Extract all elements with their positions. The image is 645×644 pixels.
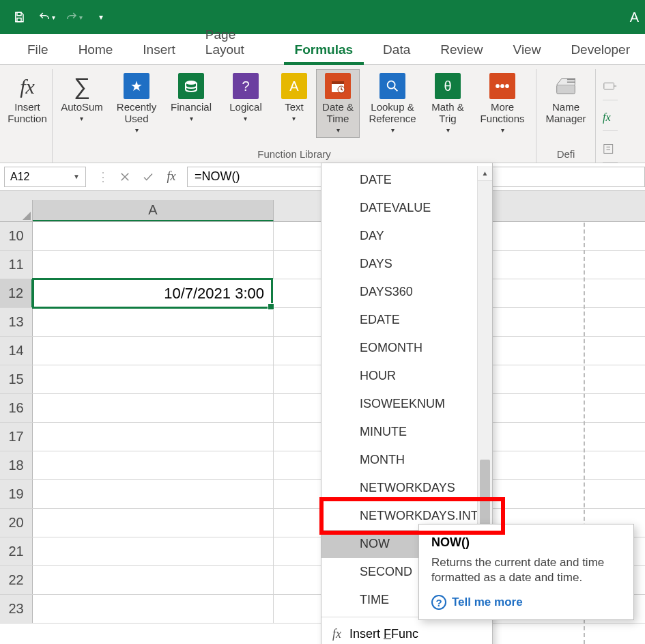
- help-icon: ?: [431, 595, 446, 610]
- row-header[interactable]: 17: [0, 423, 33, 451]
- lookup-reference-button[interactable]: Lookup & Reference▾: [361, 69, 424, 138]
- cell-a18[interactable]: [33, 451, 274, 479]
- menu-item-days360[interactable]: DAYS360: [321, 278, 492, 306]
- more-functions-label: More Functions: [474, 101, 531, 124]
- menu-item-isoweeknum[interactable]: ISOWEEKNUM: [321, 390, 492, 418]
- tab-developer[interactable]: Developer: [556, 36, 645, 64]
- autosum-button[interactable]: ∑ AutoSum▾: [55, 69, 109, 138]
- insert-function-button[interactable]: fx Insert Function: [5, 69, 49, 128]
- tab-data[interactable]: Data: [368, 36, 425, 64]
- select-all-corner[interactable]: [0, 200, 33, 221]
- text-icon: A: [281, 72, 308, 100]
- chevron-down-icon: ▾: [336, 124, 340, 136]
- chevron-down-icon: ▾: [292, 113, 296, 124]
- cancel-button[interactable]: [113, 167, 137, 187]
- tab-review[interactable]: Review: [425, 36, 498, 64]
- svg-rect-1: [17, 18, 21, 22]
- more-functions-button[interactable]: ••• More Functions▾: [472, 69, 533, 138]
- svg-rect-4: [332, 81, 344, 84]
- tab-page-layout[interactable]: Page Layout: [190, 20, 280, 64]
- menu-item-minute[interactable]: MINUTE: [321, 418, 492, 446]
- menu-item-edate[interactable]: EDATE: [321, 306, 492, 334]
- defined-names-side: fx: [596, 69, 618, 163]
- logical-label: Logical: [229, 101, 262, 113]
- recently-used-button[interactable]: ★ Recently Used▾: [110, 69, 163, 138]
- financial-button[interactable]: Financial▾: [164, 69, 218, 138]
- create-from-selection-row[interactable]: [603, 135, 618, 163]
- redo-button[interactable]: ▾: [60, 3, 87, 31]
- row-header[interactable]: 19: [0, 480, 33, 508]
- text-label: Text: [285, 101, 304, 113]
- ribbon-tabs: File Home Insert Page Layout Formulas Da…: [0, 34, 645, 65]
- tag-icon: [552, 72, 579, 100]
- cell-a17[interactable]: [33, 423, 274, 451]
- row-header[interactable]: 11: [0, 251, 33, 279]
- menu-item-date[interactable]: DATE: [321, 166, 492, 194]
- group-function-library: ∑ AutoSum▾ ★ Recently Used▾ Financial▾ ?…: [53, 69, 536, 163]
- row-header[interactable]: 23: [0, 595, 33, 623]
- insert-function-label: Insert Function: [8, 101, 47, 126]
- group-label-defined: Defi: [557, 148, 575, 160]
- text-button[interactable]: A Text▾: [274, 69, 315, 138]
- cell-a14[interactable]: [33, 337, 274, 365]
- fx-icon: fx: [14, 72, 41, 100]
- row-header[interactable]: 22: [0, 566, 33, 594]
- row-header[interactable]: 18: [0, 451, 33, 479]
- cell-a23[interactable]: [33, 595, 274, 623]
- search-icon: [379, 72, 406, 100]
- date-time-button[interactable]: Date & Time▾: [316, 69, 360, 138]
- insert-function-menu-item[interactable]: fx Insert FFunc: [321, 620, 492, 644]
- lookup-reference-label: Lookup & Reference: [363, 101, 422, 124]
- cell-a19[interactable]: [33, 480, 274, 508]
- row-header[interactable]: 16: [0, 394, 33, 422]
- undo-button[interactable]: ▾: [33, 3, 60, 31]
- tab-insert[interactable]: Insert: [128, 36, 190, 64]
- cell-a22[interactable]: [33, 566, 274, 594]
- logical-button[interactable]: ? Logical▾: [219, 69, 272, 138]
- tab-formulas[interactable]: Formulas: [280, 36, 369, 64]
- menu-item-days[interactable]: DAYS: [321, 250, 492, 278]
- cell-a20[interactable]: [33, 509, 274, 537]
- cell-a13[interactable]: [33, 308, 274, 336]
- row-header[interactable]: 14: [0, 337, 33, 365]
- menu-item-day[interactable]: DAY: [321, 222, 492, 250]
- cell-a15[interactable]: [33, 365, 274, 393]
- cell-a21[interactable]: [33, 537, 274, 565]
- use-in-formula-row[interactable]: fx: [603, 104, 618, 132]
- tab-file[interactable]: File: [12, 36, 63, 64]
- cell-a16[interactable]: [33, 394, 274, 422]
- column-header-a[interactable]: A: [33, 200, 274, 221]
- row-header[interactable]: 10: [0, 222, 33, 250]
- enter-button[interactable]: [137, 167, 160, 187]
- row-header[interactable]: 12: [0, 279, 33, 307]
- name-manager-button[interactable]: Name Manager: [539, 69, 592, 128]
- group-label-function-library: Function Library: [257, 148, 331, 160]
- fx-button[interactable]: fx: [160, 167, 183, 187]
- qat-customize[interactable]: ▾: [87, 3, 115, 31]
- menu-item-hour[interactable]: HOUR: [321, 362, 492, 390]
- row-header[interactable]: 20: [0, 509, 33, 537]
- math-trig-button[interactable]: θ Math & Trig▾: [425, 69, 470, 138]
- sigma-icon: ∑: [68, 72, 96, 100]
- menu-item-networkdays[interactable]: NETWORKDAYS: [321, 474, 492, 502]
- menu-item-eomonth[interactable]: EOMONTH: [321, 334, 492, 362]
- tab-view[interactable]: View: [498, 36, 556, 64]
- titlebar: ▾ ▾ ▾ A: [0, 0, 645, 34]
- save-button[interactable]: [5, 3, 33, 31]
- cell-a12[interactable]: 10/7/2021 3:00: [32, 278, 273, 309]
- row-header[interactable]: 15: [0, 365, 33, 393]
- cell-a10[interactable]: [33, 222, 274, 250]
- menu-item-datevalue[interactable]: DATEVALUE: [321, 194, 492, 222]
- name-box[interactable]: A12 ▼: [4, 167, 86, 187]
- tab-home[interactable]: Home: [63, 36, 128, 64]
- chevron-down-icon[interactable]: ▼: [73, 173, 80, 180]
- menu-item-month[interactable]: MONTH: [321, 446, 492, 474]
- row-header[interactable]: 13: [0, 308, 33, 336]
- name-manager-label: Name Manager: [541, 101, 590, 124]
- date-time-label: Date & Time: [318, 101, 358, 124]
- row-header[interactable]: 21: [0, 537, 33, 565]
- scroll-up-icon[interactable]: ▲: [478, 166, 492, 181]
- cell-a11[interactable]: [33, 251, 274, 279]
- define-name-row[interactable]: [603, 73, 618, 100]
- tell-me-more-link[interactable]: ? Tell me more: [431, 595, 621, 610]
